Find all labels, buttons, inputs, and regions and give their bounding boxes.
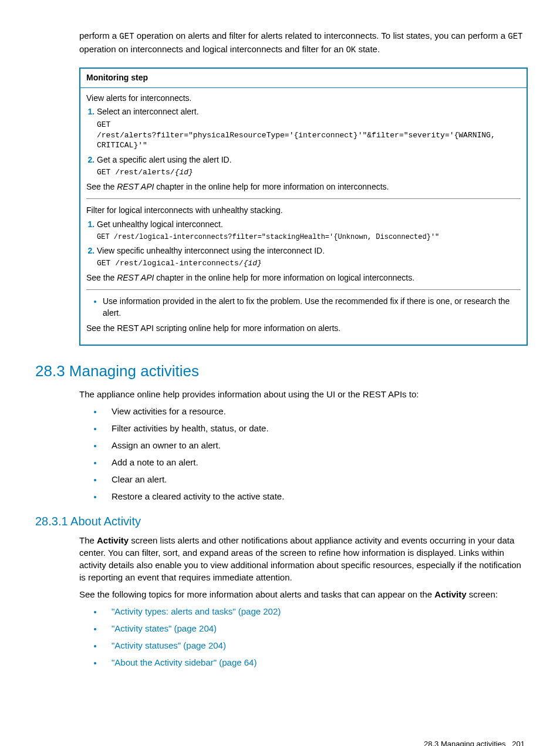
- section1-item1-code: GET /rest/alerts?filter="physicalResourc…: [97, 120, 521, 151]
- intro-mid2: operation on interconnects and logical i…: [79, 44, 346, 54]
- intro-suffix: state.: [356, 44, 380, 54]
- bullets-28-3: View activities for a resource. Filter a…: [91, 405, 525, 502]
- intro-paragraph: perform a GET operation on alerts and fi…: [79, 29, 525, 56]
- section3-bullet: Use information provided in the alert to…: [103, 296, 521, 319]
- bullet-filter-activities: Filter activities by health, status, or …: [103, 422, 525, 434]
- activity-bold-2: Activity: [434, 589, 466, 599]
- section2-item2-text: View specific unhealthy interconnect usi…: [97, 246, 325, 255]
- code-line-2: /rest/alerts?filter="physicalResourceTyp…: [97, 130, 521, 141]
- link-activity-statuses: "Activity statuses" (page 204): [103, 639, 525, 652]
- footer-section: 28.3 Managing activities: [424, 740, 505, 746]
- bullet-add-note: Add a note to an alert.: [103, 456, 525, 468]
- body-28-3-1-p2: See the following topics for more inform…: [79, 588, 525, 600]
- heading-28-3-1: 28.3.1 About Activity: [35, 513, 525, 529]
- intro-code-get-1: GET: [119, 32, 134, 41]
- monitoring-table: Monitoring step View alerts for intercon…: [79, 67, 528, 346]
- links-28-3-1: "Activity types: alerts and tasks" (page…: [91, 605, 525, 669]
- body-28-3-1-p1: The Activity screen lists alerts and oth…: [79, 534, 525, 583]
- monitoring-body: View alerts for interconnects. Select an…: [80, 88, 527, 345]
- bullet-view-activities: View activities for a resource.: [103, 405, 525, 417]
- section1-item1-text: Select an interconnect alert.: [97, 107, 199, 116]
- section2-intro: Filter for logical interconnects with un…: [86, 205, 521, 217]
- link-activity-statuses-text[interactable]: "Activity statuses" (page 204): [112, 640, 226, 650]
- code-line-1: GET: [97, 120, 521, 130]
- monitoring-header: Monitoring step: [80, 69, 527, 88]
- section2-item1: Get unhealthy logical interconnect. GET …: [97, 219, 521, 242]
- body-28-3-intro: The appliance online help provides infor…: [79, 388, 525, 400]
- section3-see: See the REST API scripting online help f…: [86, 323, 521, 335]
- code-line-3: CRITICAL}'": [97, 140, 521, 151]
- divider-1: [86, 198, 521, 199]
- section2-item2: View specific unhealthy interconnect usi…: [97, 245, 521, 269]
- section1-list: Select an interconnect alert. GET /rest/…: [86, 106, 521, 177]
- section3-bullets: Use information provided in the alert to…: [95, 296, 521, 319]
- intro-code-ok: OK: [346, 45, 356, 55]
- link-activity-sidebar-text[interactable]: "About the Activity sidebar" (page 64): [112, 657, 257, 667]
- section1-intro: View alerts for interconnects.: [86, 93, 521, 104]
- divider-2: [86, 289, 521, 290]
- link-activity-sidebar: "About the Activity sidebar" (page 64): [103, 656, 525, 669]
- section1-see: See the REST API chapter in the online h…: [86, 181, 521, 193]
- bullet-assign-owner: Assign an owner to an alert.: [103, 439, 525, 451]
- section1-item2-text: Get a specific alert using the alert ID.: [97, 155, 232, 164]
- intro-mid1: operation on alerts and filter for alert…: [134, 31, 508, 40]
- link-activity-types: "Activity types: alerts and tasks" (page…: [103, 605, 525, 617]
- section2-item1-text: Get unhealthy logical interconnect.: [97, 220, 223, 229]
- link-activity-states: "Activity states" (page 204): [103, 622, 525, 634]
- monitor-section-3: Use information provided in the alert to…: [86, 296, 521, 334]
- link-activity-states-text[interactable]: "Activity states" (page 204): [112, 623, 217, 633]
- page-footer: 28.3 Managing activities 201: [35, 739, 525, 746]
- intro-prefix: perform a: [79, 31, 119, 40]
- section2-list: Get unhealthy logical interconnect. GET …: [86, 219, 521, 269]
- section1-item2-code: GET /rest/alerts/{id}: [97, 167, 521, 178]
- footer-page-number: 201: [512, 740, 525, 746]
- monitor-section-1: View alerts for interconnects. Select an…: [86, 93, 521, 193]
- bullet-restore-activity: Restore a cleared activity to the active…: [103, 490, 525, 502]
- link-activity-types-text[interactable]: "Activity types: alerts and tasks" (page…: [112, 606, 281, 616]
- section2-see: See the REST API chapter in the online h…: [86, 272, 521, 284]
- intro-code-get-2: GET: [508, 32, 522, 41]
- bullet-clear-alert: Clear an alert.: [103, 473, 525, 485]
- activity-bold-1: Activity: [97, 535, 129, 545]
- monitor-section-2: Filter for logical interconnects with un…: [86, 205, 521, 283]
- section2-item2-code: GET /rest/logical-interconnects/{id}: [97, 258, 521, 269]
- section1-item1: Select an interconnect alert. GET /rest/…: [97, 106, 521, 150]
- section2-item1-code: GET /rest/logical-interconnects?filter="…: [97, 232, 521, 242]
- section1-item2: Get a specific alert using the alert ID.…: [97, 154, 521, 178]
- heading-28-3: 28.3 Managing activities: [35, 360, 525, 382]
